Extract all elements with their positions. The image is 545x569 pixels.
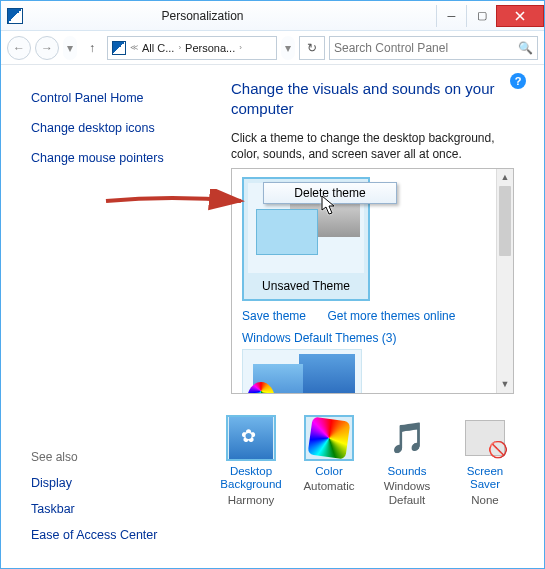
theme-label: Unsaved Theme	[248, 273, 364, 295]
close-button[interactable]	[496, 5, 544, 27]
sounds-icon: 🎵	[389, 420, 426, 455]
page-description: Click a theme to change the desktop back…	[231, 130, 514, 162]
ease-of-access-link[interactable]: Ease of Access Center	[31, 528, 157, 542]
color-item[interactable]: Color Automatic	[296, 415, 362, 508]
context-menu-delete-theme[interactable]: Delete theme	[263, 182, 397, 204]
forward-button[interactable]: →	[35, 36, 59, 60]
maximize-button[interactable]: ▢	[466, 5, 496, 27]
display-link[interactable]: Display	[31, 476, 157, 490]
change-mouse-pointers-link[interactable]: Change mouse pointers	[31, 151, 231, 165]
color-icon	[308, 416, 351, 459]
section-header: Windows Default Themes (3)	[242, 331, 503, 345]
minimize-button[interactable]: ─	[436, 5, 466, 27]
titlebar: Personalization ─ ▢	[1, 1, 544, 31]
location-icon	[112, 41, 126, 55]
scroll-thumb[interactable]	[499, 186, 511, 256]
desktop-background-item[interactable]: Desktop Background Harmony	[218, 415, 284, 508]
breadcrumb[interactable]: Persona...	[185, 42, 235, 54]
chevron-right-icon: ›	[178, 43, 181, 52]
sounds-item[interactable]: 🎵 Sounds Windows Default	[374, 415, 440, 508]
window-title: Personalization	[29, 9, 436, 23]
back-button[interactable]: ←	[7, 36, 31, 60]
window-controls: ─ ▢	[436, 5, 544, 27]
change-desktop-icons-link[interactable]: Change desktop icons	[31, 121, 231, 135]
theme-actions: Save theme Get more themes online	[242, 309, 503, 323]
refresh-button[interactable]: ↻	[299, 36, 325, 60]
scroll-down-icon[interactable]: ▼	[497, 376, 513, 393]
address-dropdown[interactable]: ▾	[281, 36, 295, 60]
see-also-header: See also	[31, 450, 157, 464]
search-placeholder: Search Control Panel	[334, 41, 448, 55]
taskbar-link[interactable]: Taskbar	[31, 502, 157, 516]
app-icon	[7, 8, 23, 24]
control-panel-home-link[interactable]: Control Panel Home	[31, 91, 231, 105]
page-heading: Change the visuals and sounds on your co…	[231, 79, 514, 120]
get-themes-online-link[interactable]: Get more themes online	[327, 309, 455, 323]
toolbar: ← → ▾ ↑ ≪ All C... › Persona... › ▾ ↻ Se…	[1, 31, 544, 65]
content-area: Control Panel Home Change desktop icons …	[1, 65, 544, 568]
screen-saver-icon	[465, 420, 505, 456]
chevron-icon: ≪	[130, 43, 138, 52]
history-dropdown[interactable]: ▾	[63, 36, 77, 60]
scrollbar[interactable]: ▲ ▼	[496, 169, 513, 393]
save-theme-link[interactable]: Save theme	[242, 309, 306, 323]
address-bar[interactable]: ≪ All C... › Persona... ›	[107, 36, 277, 60]
search-icon: 🔍	[518, 41, 533, 55]
search-input[interactable]: Search Control Panel 🔍	[329, 36, 538, 60]
up-button[interactable]: ↑	[81, 37, 103, 59]
screen-saver-item[interactable]: Screen Saver None	[452, 415, 518, 508]
scroll-up-icon[interactable]: ▲	[497, 169, 513, 186]
desktop-background-icon	[229, 417, 273, 459]
chevron-right-icon: ›	[239, 43, 242, 52]
theme-tile-default[interactable]	[242, 349, 362, 394]
see-also: See also Display Taskbar Ease of Access …	[31, 450, 157, 554]
breadcrumb[interactable]: All C...	[142, 42, 174, 54]
settings-row: Desktop Background Harmony Color Automat…	[218, 415, 518, 508]
